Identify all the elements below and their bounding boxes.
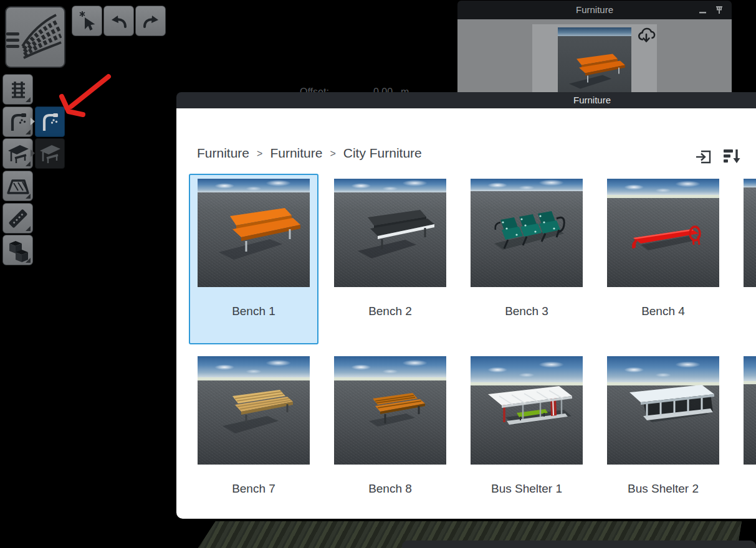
item-tile-bench-1[interactable]: Bench 1 (189, 174, 318, 344)
redo-button[interactable] (135, 6, 166, 36)
bus-shelter-1-thumbnail (471, 356, 583, 465)
item-tile-bench-7[interactable]: Bench 7 (189, 351, 318, 522)
minimize-icon[interactable] (697, 1, 709, 19)
street-lamp-icon (37, 110, 62, 135)
item-tile-bus-shelter-1[interactable]: Bus Shelter 1 (462, 351, 591, 522)
flyout-pointer (31, 118, 35, 125)
bus-shelter-icon (5, 141, 31, 167)
panel-titlebar[interactable]: Furniture (457, 1, 732, 19)
sidebar-tool-objects[interactable] (2, 235, 33, 265)
redo-arrow-icon (140, 10, 162, 32)
item-grid-row-2: Bench 7 Bench 8 (189, 351, 756, 522)
furniture-dialog: Furniture Furniture > Furniture > City F… (176, 92, 756, 519)
item-label: Bench 7 (190, 482, 317, 496)
bench-2-thumbnail (334, 179, 446, 287)
item-tile-bench-2[interactable]: Bench 2 (325, 174, 455, 344)
surface-area-icon (6, 174, 31, 199)
sidebar-tool-surface[interactable] (2, 171, 33, 201)
bench-4-thumbnail (607, 179, 719, 287)
bus-shelter-2-thumbnail (607, 356, 719, 465)
flyout-pointer (31, 149, 35, 157)
item-label: Bus Shelter 2 (600, 482, 727, 496)
dialog-content: Furniture > Furniture > City Furniture (176, 108, 756, 519)
breadcrumb-item-furniture[interactable]: Furniture (197, 146, 249, 161)
street-lamp-icon (6, 110, 31, 135)
dialog-titlebar[interactable]: Furniture (176, 92, 756, 108)
bench-7-thumbnail (198, 356, 310, 465)
item-label: Bench 8 (327, 482, 454, 496)
item-tile-bench-4[interactable]: Bench 4 (598, 174, 728, 344)
sidebar-tool-railway[interactable] (2, 74, 33, 105)
pin-icon[interactable] (713, 1, 725, 19)
item-tile-bus-shelter-2[interactable]: Bus Shelter 2 (598, 351, 728, 522)
cursor-select-icon (77, 10, 98, 32)
item-tile-partial[interactable] (735, 351, 756, 522)
breadcrumb-item-city-furniture[interactable]: City Furniture (343, 146, 422, 161)
item-label: Bench 4 (600, 305, 727, 318)
partial-thumbnail (744, 356, 756, 465)
select-tool-button[interactable] (72, 6, 102, 36)
application-window: { "hud": { "offset_label": "Offset:", "o… (0, 0, 756, 548)
breadcrumb-separator: > (257, 148, 262, 159)
item-label: Bench 3 (463, 305, 590, 318)
panel-title: Furniture (576, 4, 613, 15)
blocks-3d-icon (5, 237, 31, 263)
sidebar-tool-measure[interactable] (2, 203, 33, 234)
ruler-icon (6, 206, 31, 231)
sidebar-tool-street-lamp[interactable] (2, 106, 33, 137)
main-toolbar (72, 6, 166, 36)
item-label: Bench 1 (190, 305, 317, 318)
road-fan-logo-icon (6, 7, 62, 64)
street-lamp-flyout-selected[interactable] (35, 106, 65, 137)
bus-shelter-icon (37, 141, 63, 167)
item-tile-bench-3[interactable]: Bench 3 (462, 174, 591, 344)
app-logo-button[interactable] (5, 6, 65, 68)
undo-arrow-icon (108, 10, 130, 32)
bench-1-thumbnail (198, 179, 310, 287)
shelter-flyout-item[interactable] (35, 138, 65, 169)
item-grid-row-1: Bench 1 Bench 2 (189, 174, 756, 344)
background-window-titlebar[interactable] (402, 541, 756, 548)
item-label: Bus Shelter 1 (463, 482, 590, 496)
bench-8-thumbnail (334, 356, 446, 465)
undo-button[interactable] (103, 6, 134, 36)
bench-3-thumbnail (471, 179, 583, 287)
sidebar-tool-shelter[interactable] (2, 138, 33, 169)
import-icon[interactable] (696, 148, 714, 167)
item-tile-bench-8[interactable]: Bench 8 (325, 351, 455, 522)
railway-track-icon (7, 78, 29, 101)
item-tile-partial[interactable] (735, 174, 756, 344)
breadcrumb-separator: > (330, 148, 335, 159)
dialog-title: Furniture (573, 92, 611, 108)
breadcrumb-item-furniture-2[interactable]: Furniture (270, 146, 322, 161)
cloud-download-icon[interactable] (637, 27, 656, 45)
sort-descending-icon[interactable] (722, 147, 741, 166)
item-label: Bench 2 (327, 305, 454, 318)
breadcrumb: Furniture > Furniture > City Furniture (197, 146, 422, 161)
partial-thumbnail (744, 179, 756, 287)
